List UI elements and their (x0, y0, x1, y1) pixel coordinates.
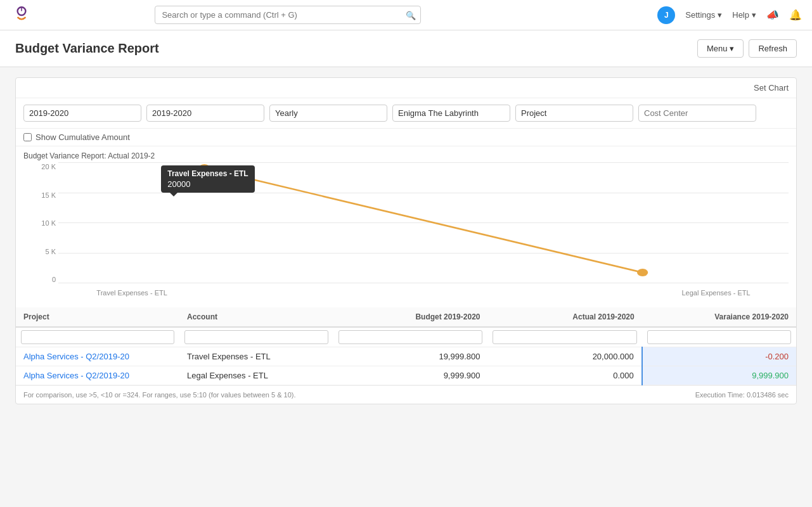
from-fiscal-year-field[interactable] (23, 105, 141, 122)
col-header-budget: Budget 2019-2020 (333, 307, 487, 327)
chart-subtitle: Budget Variance Report: Actual 2019-2 (23, 151, 789, 160)
avatar: J (657, 6, 675, 24)
page-actions: Menu ▾ Refresh (697, 39, 797, 58)
chart-inner (58, 163, 789, 283)
navbar-right: J Settings ▾ Help ▾ 📣 🔔 (657, 6, 802, 24)
col-header-project: Project (16, 307, 179, 327)
page-header: Budget Variance Report Menu ▾ Refresh (0, 30, 812, 67)
table-header-row: Project Account Budget 2019-2020 Actual … (16, 307, 796, 327)
cell-actual: 0.000 (487, 366, 641, 385)
svg-point-3 (199, 164, 210, 172)
refresh-button[interactable]: Refresh (749, 39, 797, 58)
budget-against-field[interactable] (515, 105, 633, 122)
search-icon: 🔍 (406, 10, 416, 20)
col-header-variance: Varaiance 2019-2020 (642, 307, 796, 327)
filter-account[interactable] (184, 330, 328, 344)
filter-variance[interactable] (647, 330, 791, 344)
data-table: Project Account Budget 2019-2020 Actual … (16, 307, 796, 385)
cell-budget: 9,999.900 (333, 366, 487, 385)
cell-actual: 20,000.000 (487, 347, 641, 366)
settings-button[interactable]: Settings ▾ (685, 10, 722, 20)
cost-center-field[interactable] (638, 105, 756, 122)
to-fiscal-year-field[interactable] (146, 105, 264, 122)
y-label-0: 0 (26, 276, 56, 283)
cell-variance: 9,999.900 (642, 366, 796, 385)
notifications-icon[interactable]: 📣 (766, 9, 779, 21)
table-row: Alpha Services - Q2/2019-20 Travel Expen… (16, 347, 796, 366)
report-container: Set Chart Show Cumulative Amount Budget … (15, 77, 797, 404)
y-label-10k: 10 K (26, 219, 56, 227)
cell-project: Alpha Services - Q2/2019-20 (16, 366, 179, 385)
report-footer: For comparison, use >5, <10 or =324. For… (16, 385, 796, 404)
menu-button[interactable]: Menu ▾ (697, 39, 744, 58)
x-label-legal: Legal Expenses - ETL (681, 289, 750, 297)
y-label-20k: 20 K (26, 163, 56, 170)
y-label-5k: 5 K (26, 248, 56, 255)
y-axis: 0 5 K 10 K 15 K 20 K (23, 163, 58, 283)
filter-project[interactable] (21, 330, 174, 344)
cumulative-checkbox-row: Show Cumulative Amount (16, 129, 796, 146)
main-content: Set Chart Show Cumulative Amount Budget … (0, 67, 812, 414)
cell-account: Travel Expenses - ETL (179, 347, 333, 366)
table-row: Alpha Services - Q2/2019-20 Legal Expens… (16, 366, 796, 385)
cell-account: Legal Expenses - ETL (179, 366, 333, 385)
col-header-account: Account (179, 307, 333, 327)
execution-time: Execution Time: 0.013486 sec (695, 391, 789, 399)
x-axis: Travel Expenses - ETL Legal Expenses - E… (58, 283, 789, 302)
chart-wrapper: Travel Expenses - ETL 20000 0 5 K 10 K 1… (23, 163, 789, 302)
app-logo[interactable] (10, 4, 33, 27)
navbar: 🔍 J Settings ▾ Help ▾ 📣 🔔 (0, 0, 812, 30)
cumulative-label: Show Cumulative Amount (35, 132, 130, 142)
cell-variance: -0.200 (642, 347, 796, 366)
set-chart-bar: Set Chart (16, 78, 796, 98)
footer-hint: For comparison, use >5, <10 or =324. For… (23, 391, 296, 399)
cell-project: Alpha Services - Q2/2019-20 (16, 347, 179, 366)
svg-line-2 (204, 168, 642, 273)
x-label-travel: Travel Expenses - ETL (96, 289, 167, 297)
cell-budget: 19,999.800 (333, 347, 487, 366)
filters-row (16, 98, 796, 129)
set-chart-button[interactable]: Set Chart (754, 83, 789, 93)
filter-budget[interactable] (338, 330, 482, 344)
filter-actual[interactable] (493, 330, 636, 344)
page-title: Budget Variance Report (15, 41, 159, 56)
bell-icon[interactable]: 🔔 (789, 9, 802, 21)
y-label-15k: 15 K (26, 191, 56, 199)
company-field[interactable] (392, 105, 510, 122)
chart-area: Budget Variance Report: Actual 2019-2 Tr… (16, 146, 796, 302)
period-field[interactable] (269, 105, 387, 122)
help-button[interactable]: Help ▾ (732, 10, 756, 20)
svg-point-4 (637, 269, 648, 276)
search-bar[interactable]: 🔍 (155, 6, 421, 24)
chart-svg (58, 163, 789, 283)
search-input[interactable] (155, 6, 421, 24)
cumulative-checkbox[interactable] (23, 133, 32, 141)
col-header-actual: Actual 2019-2020 (487, 307, 641, 327)
table-filter-row (16, 327, 796, 347)
